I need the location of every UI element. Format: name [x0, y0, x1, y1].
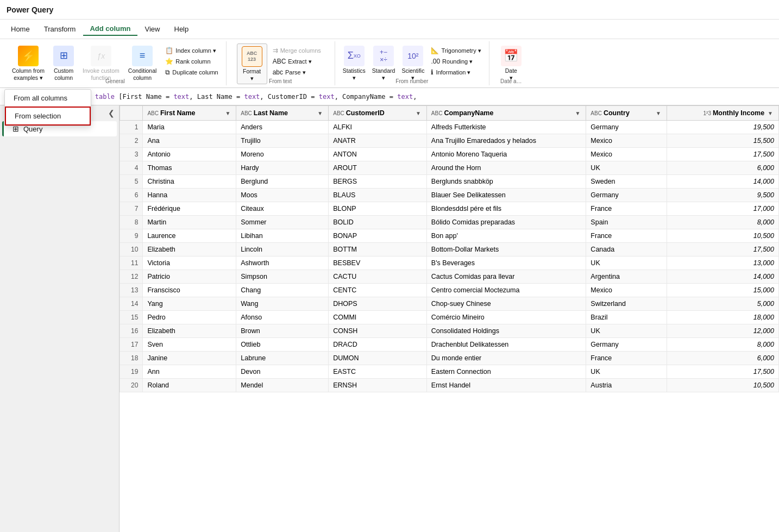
customer-id-cell: BONAP	[329, 229, 427, 243]
last-name-cell: Anders	[236, 121, 329, 134]
rounding-button[interactable]: .00 Rounding ▾	[428, 57, 484, 66]
monthly-income-type-icon: 1²3	[703, 110, 711, 116]
scientific-button[interactable]: 10² Scientific▾	[398, 43, 428, 83]
last-name-cell: Sommer	[236, 216, 329, 229]
monthly-income-filter-btn[interactable]: ▼	[767, 110, 774, 116]
index-column-button[interactable]: 📋 Index column ▾	[162, 46, 221, 55]
data-area[interactable]: ABC First Name ▼ ABC Last Name	[120, 105, 779, 532]
country-filter-btn[interactable]: ▼	[655, 110, 662, 116]
customer-id-cell: ANATR	[329, 134, 427, 148]
monthly-income-cell: 9,500	[667, 189, 778, 202]
company-name-cell: Bólido Comidas preparadas	[426, 216, 586, 229]
monthly-income-cell: 15,500	[667, 134, 778, 148]
info-icon: ℹ	[431, 68, 434, 76]
information-button[interactable]: ℹ Information ▾	[428, 67, 484, 77]
customer-id-filter-btn[interactable]: ▼	[414, 110, 422, 116]
table-row: 4 Thomas Hardy AROUT Around the Horn UK …	[120, 161, 779, 175]
row-num-cell: 2	[120, 134, 143, 148]
customer-id-cell: BOTTM	[329, 243, 427, 256]
standard-button[interactable]: +−×÷ Standard▾	[369, 43, 399, 83]
extract-button[interactable]: ABC Extract ▾	[269, 57, 324, 66]
company-name-cell: B's Beverages	[426, 256, 586, 270]
row-num-cell: 12	[120, 270, 143, 284]
row-num-cell: 18	[120, 352, 143, 365]
first-name-cell: Thomas	[143, 161, 236, 175]
company-name-cell: Eastern Connection	[426, 365, 586, 379]
parse-button[interactable]: abc Parse ▾	[269, 67, 324, 77]
col-from-examples-button[interactable]: ⚡ Column fromexamples ▾	[9, 43, 48, 83]
menu-view[interactable]: View	[139, 23, 167, 35]
country-col-label: Country	[604, 109, 630, 117]
row-num-cell: 20	[120, 379, 143, 392]
monthly-income-cell: 15,000	[667, 284, 778, 297]
merge-columns-button[interactable]: ⇉ Merge columns	[269, 46, 324, 55]
first-name-type-icon: ABC	[147, 110, 159, 116]
ribbon-date-buttons: 📅 Date▾	[498, 41, 525, 93]
ribbon-group-from-text: ABC 123 Format▾ ⇉ Merge columns ABC Extr…	[227, 41, 335, 85]
first-name-cell: Ana	[143, 134, 236, 148]
first-name-cell: Martin	[143, 216, 236, 229]
trigonometry-button[interactable]: 📐 Trigonometry ▾	[428, 46, 484, 55]
index-icon: 📋	[165, 47, 173, 54]
country-cell: UK	[586, 256, 667, 270]
date-button[interactable]: 📅 Date▾	[498, 43, 525, 83]
conditional-column-button[interactable]: ≡ Conditionalcolumn	[125, 43, 160, 83]
customer-id-cell: CONSH	[329, 324, 427, 338]
extract-icon: ABC	[273, 58, 286, 65]
row-num-cell: 5	[120, 175, 143, 189]
invoke-custom-function-button[interactable]: ƒx Invoke customfunction	[79, 43, 123, 83]
rank-column-button[interactable]: ⭐ Rank column	[162, 57, 221, 66]
col-header-last-name: ABC Last Name ▼	[236, 106, 329, 121]
company-name-cell: Du monde entier	[426, 352, 586, 365]
from-selection-item[interactable]: From selection	[5, 107, 91, 126]
table-header-row: ABC First Name ▼ ABC Last Name	[120, 106, 779, 121]
menu-help[interactable]: Help	[168, 23, 196, 35]
customer-id-cell: BLAUS	[329, 189, 427, 202]
first-name-cell: Antonio	[143, 148, 236, 161]
company-name-cell: Ernst Handel	[426, 379, 586, 392]
from-all-columns-item[interactable]: From all columns	[5, 90, 91, 107]
company-name-type-icon: ABC	[431, 110, 443, 116]
last-name-cell: Moreno	[236, 148, 329, 161]
col-header-company-name: ABC CompanyName ▼	[426, 106, 586, 121]
customer-id-cell: COMMI	[329, 311, 427, 324]
company-name-filter-btn[interactable]: ▼	[574, 110, 581, 116]
row-num-cell: 14	[120, 297, 143, 311]
ribbon-from-number-small: 📐 Trigonometry ▾ .00 Rounding ▾ ℹ Inform…	[428, 43, 484, 87]
first-name-cell: Yang	[143, 297, 236, 311]
customer-id-cell: CENTC	[329, 284, 427, 297]
last-name-filter-btn[interactable]: ▼	[316, 110, 324, 116]
menu-add-column[interactable]: Add column	[83, 22, 137, 36]
country-cell: Mexico	[586, 284, 667, 297]
last-name-cell: Afonso	[236, 311, 329, 324]
monthly-income-cell: 5,000	[667, 297, 778, 311]
first-name-filter-btn[interactable]: ▼	[224, 110, 231, 116]
customer-id-cell: BERGS	[329, 175, 427, 189]
table-row: 17 Sven Ottlieb DRACD Drachenblut Delika…	[120, 338, 779, 352]
monthly-income-cell: 17,500	[667, 243, 778, 256]
company-name-cell: Drachenblut Delikatessen	[426, 338, 586, 352]
country-cell: France	[586, 229, 667, 243]
ribbon-from-text-buttons: ABC 123 Format▾ ⇉ Merge columns ABC Extr…	[237, 41, 324, 97]
country-cell: Mexico	[586, 148, 667, 161]
parse-icon: abc	[273, 68, 283, 76]
country-cell: UK	[586, 324, 667, 338]
customer-id-cell: DRACD	[329, 338, 427, 352]
menu-transform[interactable]: Transform	[37, 23, 83, 35]
from-text-group-label: From text	[269, 78, 292, 84]
last-name-cell: Citeaux	[236, 202, 329, 216]
customer-id-cell: BOLID	[329, 216, 427, 229]
menu-home[interactable]: Home	[4, 23, 36, 35]
ribbon-general-small: 📋 Index column ▾ ⭐ Rank column ⧉ Duplica…	[162, 43, 221, 87]
last-name-col-label: Last Name	[254, 109, 288, 117]
row-num-cell: 6	[120, 189, 143, 202]
custom-column-button[interactable]: ⊞ Customcolumn	[50, 43, 77, 83]
company-name-cell: Around the Horn	[426, 161, 586, 175]
col-header-country: ABC Country ▼	[586, 106, 667, 121]
first-name-cell: Christina	[143, 175, 236, 189]
format-button[interactable]: ABC 123 Format▾	[237, 43, 267, 84]
duplicate-column-button[interactable]: ⧉ Duplicate column	[162, 67, 221, 77]
country-cell: Argentina	[586, 270, 667, 284]
statistics-button[interactable]: ΣXO Statistics▾	[340, 43, 369, 83]
table-row: 18 Janine Labrune DUMON Du monde entier …	[120, 352, 779, 365]
